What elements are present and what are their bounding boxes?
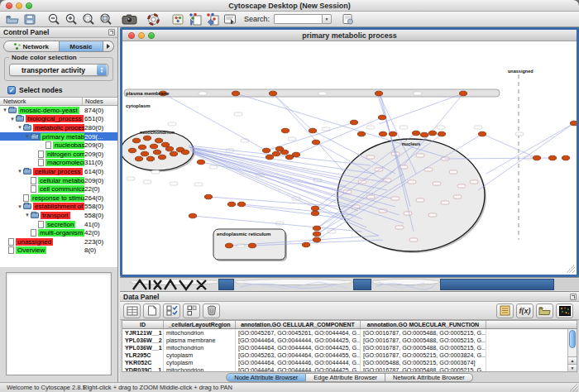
function-builder-icon[interactable]: f(x) xyxy=(516,304,534,318)
table-header-row[interactable]: ID_cellularLayoutRegionannotation.GO CEL… xyxy=(122,321,577,329)
table-cell[interactable]: YKR052C xyxy=(122,359,164,366)
zoom-out-icon[interactable] xyxy=(45,12,61,26)
tree-row[interactable]: unassigned223(0) xyxy=(0,237,117,246)
tree-row[interactable]: ▼establishment of lo558(0) xyxy=(0,203,117,212)
table-row[interactable]: YPL036W__2plasma membrane[GO:0044464, GO… xyxy=(122,337,577,344)
table-cell[interactable]: [GO:0016787, GO:0005488, GO:0005215, G..… xyxy=(361,337,486,344)
disclosure-triangle[interactable]: ▼ xyxy=(17,203,23,211)
attribute-list-icon[interactable] xyxy=(496,304,514,318)
window-resize-grip[interactable] xyxy=(570,384,578,392)
tree-row[interactable]: ▼cellular process614(0) xyxy=(0,167,117,176)
tree-row[interactable]: ▼transport558(0) xyxy=(0,211,117,220)
tree-row[interactable]: nucleobase-209(0) xyxy=(0,141,117,150)
tree-row[interactable]: Overview8(0) xyxy=(0,246,117,256)
disclosure-triangle[interactable]: ▼ xyxy=(24,211,31,219)
tree-row[interactable]: cellular metabo209(0) xyxy=(0,176,117,185)
disclosure-triangle[interactable]: ▼ xyxy=(24,132,31,141)
network-minimize-button[interactable] xyxy=(138,32,145,39)
table-cell[interactable]: cytoplasm xyxy=(164,351,236,359)
tree-row[interactable]: macromolecule311(0) xyxy=(0,159,117,168)
disclosure-triangle[interactable]: ▼ xyxy=(17,167,23,175)
tab-edge-attribute-browser[interactable]: Edge Attribute Browser xyxy=(306,373,385,382)
tree-row[interactable]: ▼mosaic-demo-yeast874(0) xyxy=(0,106,117,115)
zoom-in-icon[interactable] xyxy=(63,12,79,26)
table-cell[interactable]: [GO:0016787, GO:0005488, GO:0005215, G..… xyxy=(361,366,486,372)
zoom-selected-icon[interactable] xyxy=(80,12,96,26)
import-network-icon[interactable] xyxy=(187,12,203,26)
minimize-button[interactable] xyxy=(16,2,22,9)
table-cell[interactable]: YPL036W__2 xyxy=(122,337,164,344)
search-options-icon[interactable] xyxy=(340,12,356,26)
tab-overflow-arrow[interactable] xyxy=(103,41,114,52)
column-header[interactable]: ID xyxy=(122,321,164,328)
delete-attribute-icon[interactable] xyxy=(203,304,220,318)
zoom-fit-icon[interactable] xyxy=(98,12,113,26)
table-cell[interactable]: cytoplasm xyxy=(164,359,236,366)
disclosure-triangle[interactable]: ▼ xyxy=(2,106,8,114)
disclosure-triangle[interactable]: ▼ xyxy=(17,123,23,131)
network-zoom-button[interactable] xyxy=(148,32,155,39)
tree-row[interactable]: response to stimulu264(0) xyxy=(0,194,117,203)
tree-row[interactable]: nitrogen compo209(0) xyxy=(0,150,117,159)
table-row[interactable]: YDR039C__1mitochondrion[GO:0044464, GO:0… xyxy=(122,366,577,372)
canvas-resize-grip[interactable] xyxy=(567,265,575,273)
float-panel-icon[interactable] xyxy=(570,294,577,300)
scroll-up-button[interactable]: ▲ xyxy=(568,356,577,364)
table-cell[interactable]: YPL036W__1 xyxy=(122,344,164,351)
table-cell[interactable]: [GO:0016787, GO:0005215, GO:0003824, G..… xyxy=(361,351,486,359)
disclosure-triangle[interactable]: ▼ xyxy=(9,115,16,123)
tab-mosaic[interactable]: Mosaic xyxy=(60,41,103,52)
tree-row[interactable]: multi-organism pro42(0) xyxy=(0,228,117,237)
table-cell[interactable]: plasma membrane xyxy=(164,337,236,344)
table-cell[interactable]: mitochondrion xyxy=(164,329,236,337)
float-panel-icon[interactable] xyxy=(108,29,115,36)
tree-row[interactable]: ▼primary metabo209(... xyxy=(0,132,117,141)
table-row[interactable]: YKR052Ccytoplasm[GO:0044464, GO:0044446,… xyxy=(122,359,577,366)
zoom-button[interactable] xyxy=(26,2,32,9)
save-session-icon[interactable] xyxy=(22,12,37,26)
network-window-titlebar[interactable]: primary metabolic process xyxy=(122,30,577,41)
table-cell[interactable]: [GO:0044464, GO:0044444, GO:0044425, G..… xyxy=(236,337,361,344)
table-row[interactable]: YPL036W__1mitochondrion[GO:0044464, GO:0… xyxy=(122,344,577,351)
birds-eye-view[interactable] xyxy=(6,272,112,375)
table-cell[interactable]: mitochondrion xyxy=(164,344,236,351)
matrix-icon[interactable] xyxy=(556,304,573,318)
select-attributes-icon[interactable] xyxy=(163,304,180,318)
column-header[interactable]: _cellularLayoutRegion xyxy=(164,321,236,328)
help-lifering-icon[interactable] xyxy=(146,12,161,26)
network-tree-header[interactable]: Network Nodes xyxy=(0,97,117,106)
tab-node-attribute-browser[interactable]: Node Attribute Browser xyxy=(226,373,306,382)
table-row[interactable]: YJR121W__1mitochondrion[GO:0045267, GO:0… xyxy=(122,329,577,337)
table-scrollbar[interactable]: ▲ ▼ xyxy=(567,329,577,371)
tree-row[interactable]: ▼metabolic process280(0) xyxy=(0,123,117,132)
network-close-button[interactable] xyxy=(128,32,135,39)
attribute-grid-icon[interactable] xyxy=(123,304,141,318)
table-cell[interactable]: [GO:0044464, GO:0044444, GO:0044425, G..… xyxy=(236,366,361,372)
column-header[interactable]: annotation.GO MOLECULAR_FUNCTION xyxy=(361,321,486,328)
table-cell[interactable]: mitochondrion xyxy=(164,366,236,372)
select-nodes-checkbox[interactable]: ✓ xyxy=(7,86,16,94)
table-cell[interactable]: [GO:0005488, GO:0005215, GO:0003674] xyxy=(361,359,486,366)
node-color-dropdown[interactable]: transporter activity ▲▼ xyxy=(9,64,108,76)
scrollbar-thumb[interactable] xyxy=(569,330,576,348)
open-session-icon[interactable] xyxy=(4,12,20,26)
table-cell[interactable]: YLR295C xyxy=(122,351,164,359)
table-cell[interactable]: YDR039C__1 xyxy=(122,366,164,372)
search-dropdown-arrow[interactable]: ▼ xyxy=(322,14,332,24)
new-attribute-icon[interactable] xyxy=(143,304,160,318)
table-cell[interactable]: [GO:0044464, GO:0044446, GO:0044444, G..… xyxy=(236,359,361,366)
network-canvas[interactable]: plasma membranecytoplasmmitochondrionnuc… xyxy=(122,41,577,275)
table-row[interactable]: YLR295Ccytoplasm[GO:0045263, GO:0044464,… xyxy=(122,351,577,359)
column-header[interactable]: annotation.GO CELLULAR_COMPONENT xyxy=(236,321,361,328)
annotation-icon[interactable] xyxy=(222,12,237,26)
tree-row[interactable]: cell communicat22(0) xyxy=(0,184,117,194)
table-cell[interactable]: YJR121W__1 xyxy=(122,329,164,337)
tab-network-attribute-browser[interactable]: Network Attribute Browser xyxy=(385,373,473,382)
search-input[interactable] xyxy=(274,14,322,24)
table-cell[interactable]: [GO:0016787, GO:0005488, GO:0005215, G..… xyxy=(361,329,486,337)
snapshot-camera-icon[interactable] xyxy=(122,12,137,26)
close-button[interactable] xyxy=(6,2,12,9)
import-attributes-icon[interactable] xyxy=(536,304,553,318)
tree-row[interactable]: ▼biological_process651(0) xyxy=(0,115,117,124)
tab-network[interactable]: Network xyxy=(3,41,60,52)
